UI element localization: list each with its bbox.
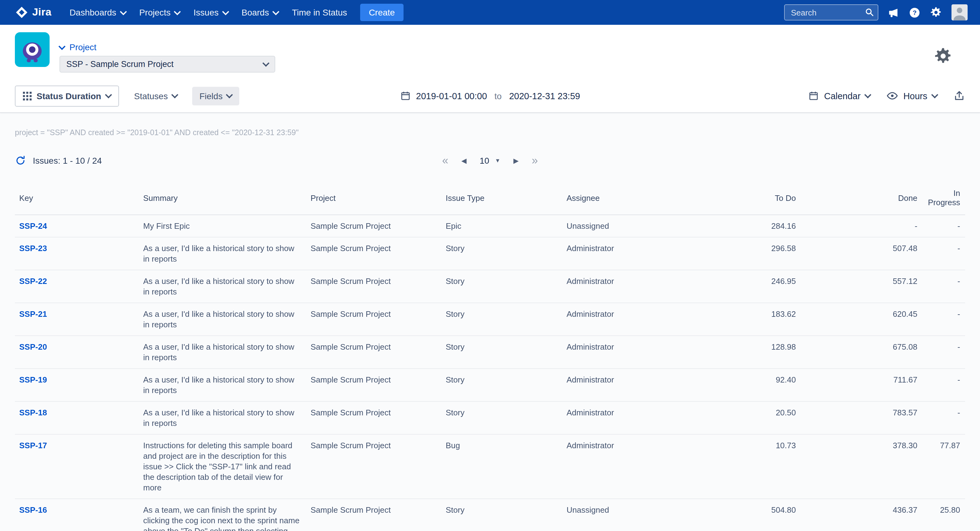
date-to-value[interactable]: 2020-12-31 23:59 (509, 91, 580, 101)
issue-key-link[interactable]: SSP-21 (19, 309, 47, 319)
cell-issuetype: Story (441, 336, 562, 369)
nav-item-projects[interactable]: Projects (132, 0, 186, 25)
cell-assignee: Unassigned (562, 215, 718, 237)
cell-project: Sample Scrum Project (305, 215, 441, 237)
chevron-down-icon (864, 91, 872, 99)
jira-logo-text: Jira (32, 6, 51, 19)
fields-dropdown[interactable]: Fields (192, 86, 239, 105)
column-header-assignee: Assignee (562, 185, 718, 215)
cell-key: SSP-17 (15, 434, 138, 499)
table-row: SSP-24My First EpicSample Scrum ProjectE… (15, 215, 965, 237)
jira-logo[interactable]: Jira (15, 6, 51, 19)
units-dropdown[interactable]: Hours (887, 90, 937, 102)
user-avatar[interactable] (951, 4, 967, 21)
chevron-down-icon (272, 8, 280, 15)
issue-key-link[interactable]: SSP-20 (19, 342, 47, 351)
cell-key: SSP-22 (15, 270, 138, 303)
calendar-icon (400, 91, 410, 101)
pagination-prev-button[interactable]: ◀ (461, 157, 467, 164)
settings-gear-icon[interactable] (930, 6, 942, 19)
cell-project: Sample Scrum Project (305, 270, 441, 303)
cell-done: 783.57 (801, 401, 922, 434)
cell-inprogress: 25.80 (922, 499, 965, 531)
nav-item-boards[interactable]: Boards (235, 0, 285, 25)
cell-key: SSP-24 (15, 215, 138, 237)
statuses-dropdown[interactable]: Statuses (129, 86, 182, 105)
cell-issuetype: Story (441, 270, 562, 303)
nav-item-label: Time in Status (292, 8, 347, 17)
create-button[interactable]: Create (360, 4, 404, 21)
cell-done: 557.12 (801, 270, 922, 303)
project-select[interactable]: SSP - Sample Scrum Project (59, 56, 275, 73)
issues-bar: Issues: 1 - 10 / 24 « ◀ 10 ▼ ▶ » (15, 152, 965, 169)
issue-key-link[interactable]: SSP-16 (19, 505, 47, 515)
cell-issuetype: Bug (441, 434, 562, 499)
table-row: SSP-20As a user, I'd like a historical s… (15, 336, 965, 369)
help-icon[interactable]: ? (909, 6, 921, 18)
report-type-button[interactable]: Status Duration (15, 85, 119, 107)
pagination-last-button[interactable]: » (531, 155, 538, 166)
jql-query-text: project = "SSP" AND created >= "2019-01-… (15, 128, 965, 137)
app-settings-gear-button[interactable] (934, 46, 953, 68)
chevron-down-icon (174, 8, 181, 15)
pagination-next-button[interactable]: ▶ (514, 157, 519, 164)
cell-summary: As a user, I'd like a historical story t… (138, 237, 305, 270)
cell-issuetype: Story (441, 303, 562, 336)
statuses-label: Statuses (134, 91, 168, 101)
calendar-dropdown-label: Calendar (824, 91, 861, 101)
dropdown-caret-icon: ▼ (495, 157, 501, 164)
calendar-dropdown[interactable]: Calendar (808, 91, 870, 101)
export-icon[interactable] (953, 90, 965, 102)
column-header-issuetype: Issue Type (441, 185, 562, 215)
issue-key-link[interactable]: SSP-19 (19, 375, 47, 385)
cell-project: Sample Scrum Project (305, 369, 441, 401)
issue-key-link[interactable]: SSP-18 (19, 408, 47, 417)
issues-count: Issues: 1 - 10 / 24 (15, 155, 102, 166)
date-from-value[interactable]: 2019-01-01 00:00 (416, 91, 487, 101)
issue-key-link[interactable]: SSP-22 (19, 277, 47, 286)
nav-item-issues[interactable]: Issues (186, 0, 235, 25)
table-row: SSP-19As a user, I'd like a historical s… (15, 369, 965, 401)
cell-project: Sample Scrum Project (305, 401, 441, 434)
pagination-first-button[interactable]: « (442, 155, 449, 166)
search-box (784, 4, 878, 21)
column-header-done: Done (801, 185, 922, 215)
search-icon (864, 7, 875, 20)
cell-todo: 504.80 (718, 499, 801, 531)
date-range: 2019-01-01 00:00 to 2020-12-31 23:59 (400, 91, 580, 101)
cell-issuetype: Story (441, 237, 562, 270)
table-row: SSP-22As a user, I'd like a historical s… (15, 270, 965, 303)
svg-text:?: ? (913, 9, 917, 16)
cell-done: 436.37 (801, 499, 922, 531)
cell-assignee: Administrator (562, 369, 718, 401)
jira-logo-icon (15, 6, 29, 19)
page-size-dropdown[interactable]: 10 ▼ (480, 156, 501, 165)
cell-summary: As a user, I'd like a historical story t… (138, 336, 305, 369)
chevron-down-icon (226, 91, 233, 99)
cell-assignee: Administrator (562, 270, 718, 303)
table-row: SSP-17Instructions for deleting this sam… (15, 434, 965, 499)
cell-issuetype: Epic (441, 215, 562, 237)
calendar-icon (808, 91, 819, 101)
issues-count-text: Issues: 1 - 10 / 24 (33, 156, 102, 165)
cell-todo: 296.58 (718, 237, 801, 270)
project-section-toggle[interactable]: Project (59, 42, 96, 52)
nav-item-label: Issues (193, 8, 218, 17)
nav-item-time-in-status[interactable]: Time in Status (285, 0, 354, 25)
cell-done: 711.67 (801, 369, 922, 401)
feedback-megaphone-icon[interactable] (888, 6, 899, 18)
refresh-icon[interactable] (15, 155, 26, 166)
column-header-project: Project (305, 185, 441, 215)
issue-key-link[interactable]: SSP-17 (19, 441, 47, 450)
project-select-value: SSP - Sample Scrum Project (66, 59, 173, 69)
issue-key-link[interactable]: SSP-24 (19, 221, 47, 231)
cell-key: SSP-23 (15, 237, 138, 270)
cell-done: - (801, 215, 922, 237)
cell-summary: As a team, we can finish the sprint by c… (138, 499, 305, 531)
cell-todo: 20.50 (718, 401, 801, 434)
nav-item-dashboards[interactable]: Dashboards (63, 0, 132, 25)
cell-done: 378.30 (801, 434, 922, 499)
issue-key-link[interactable]: SSP-23 (19, 244, 47, 253)
column-header-inprogress: In Progress (922, 185, 965, 215)
cell-assignee: Unassigned (562, 499, 718, 531)
